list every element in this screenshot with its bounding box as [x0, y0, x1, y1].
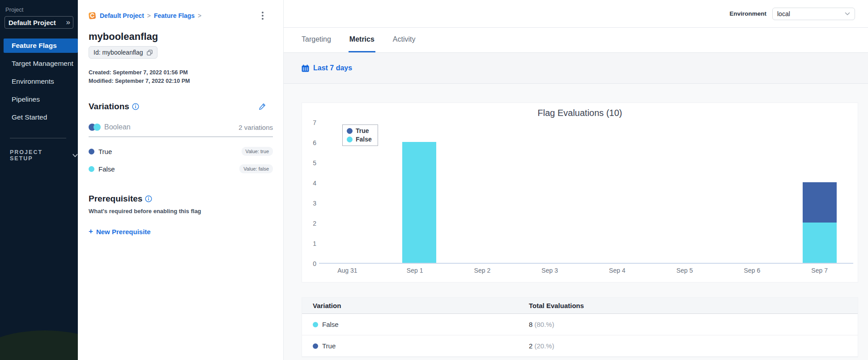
double-chevron-icon: » [66, 18, 69, 27]
legend-true-dot-icon [347, 128, 353, 134]
breadcrumb-separator: > [147, 12, 151, 19]
y-tick-label: 2 [313, 220, 316, 227]
legend-false-dot-icon [347, 137, 353, 142]
variations-header: Variations [89, 102, 283, 111]
flag-title: mybooleanflag [89, 31, 283, 43]
flag-detail-panel: Default Project > Feature Flags > mybool… [78, 0, 284, 360]
evaluations-chart-card: Flag Evaluations (10) 01234567 True Fals… [302, 103, 858, 283]
false-dot-icon [313, 322, 318, 327]
x-tick-label: Sep 2 [449, 267, 516, 274]
project-setup-label: PROJECT SETUP [10, 149, 63, 162]
app-window: Project Default Project » Feature Flags … [0, 0, 868, 360]
sidebar-decoration [0, 330, 78, 360]
tabs-bar: Targeting Metrics Activity [284, 28, 868, 53]
breadcrumb-feature-flags-link[interactable]: Feature Flags [154, 12, 195, 19]
boolean-toggle-icon [89, 124, 101, 131]
sidebar-item-environments[interactable]: Environments [0, 73, 78, 90]
tab-activity[interactable]: Activity [392, 28, 417, 52]
new-prerequisite-button[interactable]: + New Prerequisite [89, 227, 151, 236]
breadcrumb-project-link[interactable]: Default Project [100, 12, 144, 19]
y-tick-label: 5 [313, 159, 316, 167]
environment-header: Environment local [284, 0, 868, 28]
prerequisites-description: What's required before enabling this fla… [89, 208, 283, 214]
x-tick-label: Sep 3 [516, 267, 583, 274]
table-row: True 2 (20.%) [302, 335, 858, 357]
tab-metrics[interactable]: Metrics [349, 28, 375, 52]
row-count: 8 [529, 321, 532, 328]
flag-id-chip[interactable]: Id: mybooleanflag [89, 46, 157, 59]
created-date: Created: September 7, 2022 01:56 PM [89, 69, 283, 77]
prerequisites-heading: Prerequisites [89, 194, 142, 204]
table-row: False 8 (80.%) [302, 314, 858, 335]
variation-value-chip: Value: false [239, 164, 273, 173]
bar-false-sep-1 [402, 142, 436, 263]
calendar-icon [302, 64, 309, 72]
chevron-down-icon [72, 154, 78, 158]
row-variation-name: True [322, 342, 336, 350]
y-tick-label: 7 [313, 119, 316, 126]
bar-true-sep-7 [803, 182, 837, 223]
sidebar-item-label: Feature Flags [4, 39, 78, 53]
sidebar-item-pipelines[interactable]: Pipelines [0, 90, 78, 108]
edit-variations-button[interactable] [259, 103, 266, 111]
variation-type-row: Boolean 2 variations [89, 123, 283, 131]
tab-targeting[interactable]: Targeting [301, 28, 332, 52]
column-header-total-evaluations: Total Evaluations [529, 302, 858, 309]
row-count: 2 [529, 342, 532, 350]
false-dot-icon [89, 166, 94, 172]
environment-select[interactable]: local [772, 8, 855, 20]
plot-area: True False [319, 123, 853, 264]
variation-name: False [98, 165, 115, 173]
legend-label: True [356, 127, 369, 134]
sidebar-item-get-started[interactable]: Get Started [0, 108, 78, 126]
chart-body: 01234567 True False [307, 123, 853, 264]
x-tick-label: Sep 4 [583, 267, 651, 274]
kebab-menu-icon[interactable] [261, 11, 264, 21]
chart-title: Flag Evaluations (10) [302, 108, 858, 118]
breadcrumb-separator: > [198, 12, 201, 19]
chevron-down-icon [845, 12, 850, 16]
legend-item-false: False [347, 136, 372, 143]
x-tick-label: Sep 5 [651, 267, 719, 274]
prerequisites-header: Prerequisites [89, 194, 283, 204]
sidebar-item-feature-flags[interactable]: Feature Flags [0, 37, 78, 55]
plus-icon: + [89, 227, 93, 236]
new-prerequisite-label: New Prerequisite [96, 228, 151, 236]
y-tick-label: 3 [313, 200, 316, 207]
info-icon[interactable] [145, 195, 152, 202]
table-header: Variation Total Evaluations [302, 298, 858, 314]
project-label: Project [5, 6, 78, 13]
true-dot-icon [89, 149, 94, 154]
row-percent: (20.%) [535, 342, 554, 350]
variation-count: 2 variations [238, 124, 273, 131]
row-percent: (80.%) [535, 321, 554, 328]
project-selector-value: Default Project [9, 19, 56, 26]
variation-value-chip: Value: true [242, 147, 273, 156]
variation-row-false: False Value: false [89, 164, 283, 173]
legend-label: False [356, 136, 372, 143]
date-range-button[interactable]: Last 7 days [313, 64, 352, 72]
y-tick-label: 4 [313, 180, 316, 187]
date-filter-bar: Last 7 days [284, 53, 868, 84]
sidebar-item-target-management[interactable]: Target Management [0, 55, 78, 73]
true-dot-icon [313, 343, 318, 349]
environment-label: Environment [729, 10, 766, 17]
x-tick-label: Aug 31 [314, 267, 381, 274]
x-tick-label: Sep 6 [719, 267, 786, 274]
x-tick-label: Sep 1 [381, 267, 449, 274]
environment-select-value: local [777, 10, 790, 17]
chart-legend: True False [342, 124, 378, 146]
project-selector[interactable]: Default Project » [4, 16, 73, 29]
project-setup-toggle[interactable]: PROJECT SETUP [0, 149, 78, 162]
x-tick-label: Sep 7 [786, 267, 853, 274]
main-panel: Environment local Targeting Metrics Acti… [284, 0, 868, 360]
copy-icon[interactable] [147, 50, 153, 56]
variation-row-true: True Value: true [89, 147, 283, 156]
info-icon[interactable] [132, 103, 139, 110]
evaluations-table-card: Variation Total Evaluations False 8 (80.… [302, 297, 858, 357]
bar-false-sep-7 [803, 223, 837, 263]
variations-divider [89, 137, 273, 137]
row-variation-name: False [322, 321, 339, 328]
y-tick-label: 6 [313, 139, 316, 146]
sidebar: Project Default Project » Feature Flags … [0, 0, 78, 360]
